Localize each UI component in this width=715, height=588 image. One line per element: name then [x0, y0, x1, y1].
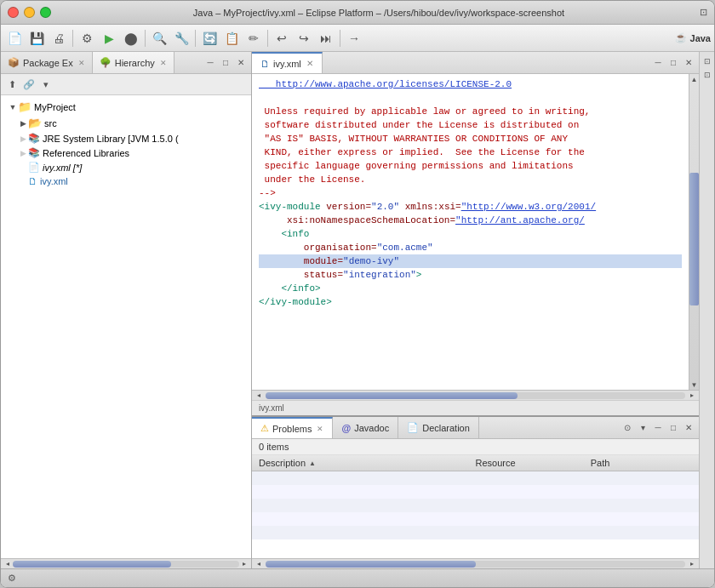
tab-declaration[interactable]: 📄 Declaration — [398, 417, 479, 438]
status-gear-icon: ⚙ — [8, 573, 16, 584]
editor-scroll-track[interactable] — [266, 392, 685, 399]
bottom-close-icon[interactable]: ✕ — [682, 421, 695, 435]
left-scroll-right[interactable]: ▸ — [239, 559, 249, 569]
problems-scroll-right[interactable]: ▸ — [687, 559, 697, 569]
tree-item-myproject[interactable]: ▼ 📁 MyProject — [1, 99, 251, 115]
panel-close-icon[interactable]: ✕ — [234, 56, 248, 70]
tree-arrow-src[interactable]: ▶ — [18, 118, 28, 128]
hierarchy-icon: 🌳 — [100, 57, 112, 68]
bottom-view-menu-icon[interactable]: ▾ — [636, 421, 649, 435]
problems-scroll-thumb[interactable] — [266, 561, 476, 568]
col-description[interactable]: Description ▲ — [252, 455, 469, 471]
collapse-all-button[interactable]: ⬆ — [4, 77, 20, 92]
edge-btn-2[interactable]: ⊡ — [701, 69, 713, 81]
minimize-button[interactable] — [24, 7, 35, 18]
left-scroll-left[interactable]: ◂ — [3, 559, 13, 569]
package-tree: ▼ 📁 MyProject ▶ 📂 src ▶ 📚 JRE System Lib… — [1, 95, 251, 558]
scroll-track[interactable] — [689, 84, 699, 380]
navigate-button[interactable]: → — [344, 28, 364, 49]
tree-arrow-jre[interactable]: ▶ — [18, 134, 28, 144]
jre-icon: 📚 — [28, 133, 40, 144]
refactor-button[interactable]: 🔧 — [171, 28, 192, 49]
tree-item-ivy[interactable]: 🗋 ivy.xml — [1, 174, 251, 188]
maximize-button[interactable] — [40, 7, 51, 18]
editor-close-icon[interactable]: ✕ — [682, 56, 695, 70]
edge-btn-1[interactable]: ⊡ — [701, 55, 713, 67]
code-line-14: module="demo-ivy" — [259, 254, 682, 268]
tab-ivy-xml[interactable]: 🗋 ivy.xml ✕ — [252, 52, 323, 73]
forward-button[interactable]: ↪ — [294, 28, 314, 49]
scroll-up-arrow[interactable]: ▲ — [689, 74, 699, 84]
editor-h-scrollbar[interactable]: ◂ ▸ — [252, 390, 699, 400]
bottom-sync-icon[interactable]: ⊙ — [621, 421, 634, 435]
left-h-scrollbar[interactable]: ◂ ▸ — [1, 558, 251, 568]
explorer-settings-button[interactable]: ▾ — [38, 77, 54, 92]
code-editor[interactable]: http://www.apache.org/licenses/LICENSE-2… — [252, 74, 689, 390]
tab-javadoc[interactable]: @ Javadoc — [333, 417, 398, 438]
editor-tab-close[interactable]: ✕ — [306, 59, 313, 68]
title-bar: Java – MyProject/ivy.xml – Eclipse Platf… — [1, 1, 714, 25]
tab-close-package[interactable]: ✕ — [78, 59, 85, 67]
code-line-10: <ivy-module version="2.0" xmlns:xsi="htt… — [259, 200, 682, 214]
settings-button[interactable]: ⚙ — [77, 28, 97, 49]
explorer-toolbar: ⬆ 🔗 ▾ — [1, 74, 251, 95]
tree-item-ivy-modified[interactable]: 📄 ivy.xml [*] — [1, 160, 251, 174]
search-button[interactable]: 🔍 — [149, 28, 169, 49]
tree-item-reflibs[interactable]: ▶ 📚 Referenced Libraries — [1, 146, 251, 160]
editor-scroll-left[interactable]: ◂ — [254, 391, 264, 401]
bottom-maximize-icon[interactable]: □ — [666, 421, 680, 435]
left-scroll-track[interactable] — [13, 561, 239, 568]
col-resource[interactable]: Resource — [469, 455, 584, 471]
problems-h-scrollbar[interactable]: ◂ ▸ — [252, 558, 699, 568]
tree-arrow-reflibs[interactable]: ▶ — [18, 148, 28, 158]
src-folder-icon: 📂 — [28, 117, 42, 129]
print-button[interactable]: 🖨 — [49, 28, 69, 49]
problems-scroll-left[interactable]: ◂ — [254, 559, 264, 569]
problems-table-body — [252, 471, 699, 558]
back-button[interactable]: ↩ — [272, 28, 292, 49]
debug-button[interactable]: ⬤ — [121, 28, 141, 49]
table-empty-row-5 — [252, 526, 699, 539]
bottom-panel: ⚠ Problems ✕ @ Javadoc 📄 Declaration — [252, 415, 699, 568]
editor-maximize-icon[interactable]: □ — [666, 56, 680, 70]
tree-item-src[interactable]: ▶ 📂 src — [1, 115, 251, 131]
col-path[interactable]: Path — [584, 455, 699, 471]
javadoc-icon: @ — [341, 423, 351, 433]
tree-arrow-myproject[interactable]: ▼ — [8, 102, 18, 112]
toolbar-sep-5 — [340, 30, 340, 47]
sort-icon-description: ▲ — [309, 460, 316, 467]
tab-package-explorer[interactable]: 📦 Package Ex ✕ — [1, 52, 93, 73]
ivy-xml-tab-icon: 🗋 — [260, 59, 270, 69]
copy-button[interactable]: 📋 — [221, 28, 242, 49]
panel-minimize-icon[interactable]: ─ — [203, 56, 217, 70]
editor-minimize-icon[interactable]: ─ — [651, 56, 665, 70]
tab-hierarchy[interactable]: 🌳 Hierarchy ✕ — [93, 52, 174, 73]
edit-button[interactable]: ✏ — [243, 28, 264, 49]
scroll-down-arrow[interactable]: ▼ — [689, 380, 699, 390]
save-button[interactable]: 💾 — [26, 28, 47, 49]
tab-problems[interactable]: ⚠ Problems ✕ — [252, 417, 333, 438]
left-scroll-thumb[interactable] — [13, 561, 171, 568]
editor-v-scrollbar[interactable]: ▲ ▼ — [689, 74, 699, 390]
code-line-15: status="integration"> — [259, 268, 682, 282]
editor-scroll-right[interactable]: ▸ — [687, 391, 697, 401]
close-button[interactable] — [8, 7, 19, 18]
refresh-button[interactable]: 🔄 — [199, 28, 220, 49]
run-button[interactable]: ▶ — [99, 28, 119, 49]
code-content[interactable]: http://www.apache.org/licenses/LICENSE-2… — [252, 74, 689, 390]
problems-scroll-track[interactable] — [266, 561, 685, 568]
window-resize-icon[interactable]: ⊡ — [700, 7, 707, 18]
bottom-minimize-icon[interactable]: ─ — [651, 421, 665, 435]
editor-scroll-thumb[interactable] — [266, 392, 518, 399]
link-button[interactable]: 🔗 — [21, 77, 37, 92]
panel-maximize-icon[interactable]: □ — [219, 56, 232, 70]
tab-problems-close[interactable]: ✕ — [317, 425, 323, 433]
tree-label-ivy: ivy.xml — [40, 176, 68, 186]
problems-table-header: Description ▲ Resource Path — [252, 455, 699, 471]
next-button[interactable]: ⏭ — [316, 28, 336, 49]
scroll-thumb[interactable] — [689, 173, 699, 305]
code-line-8: under the License. — [259, 173, 682, 186]
tree-item-jre[interactable]: ▶ 📚 JRE System Library [JVM 1.5.0 ( — [1, 131, 251, 146]
tab-close-hierarchy[interactable]: ✕ — [160, 59, 167, 67]
new-button[interactable]: 📄 — [4, 28, 25, 49]
